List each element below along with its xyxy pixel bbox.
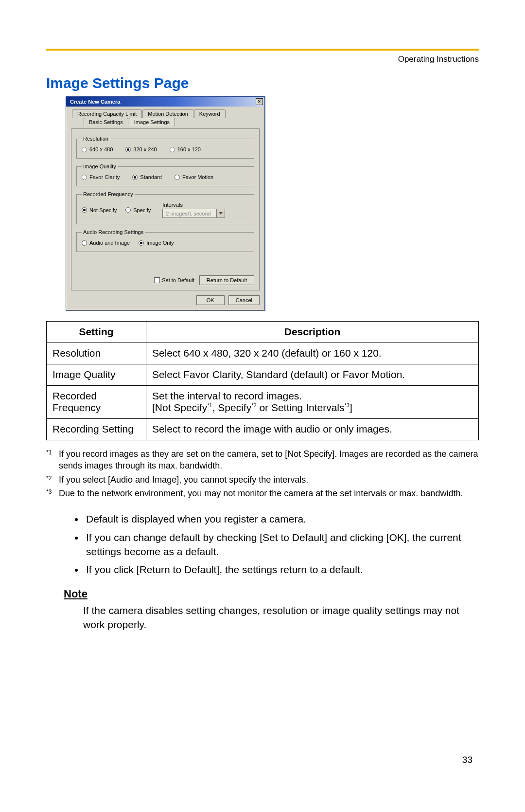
return-to-default-button[interactable]: Return to Default <box>199 275 254 285</box>
cell-setting: Recorded Frequency <box>47 386 146 419</box>
tab-image-settings[interactable]: Image Settings <box>129 118 175 126</box>
cell-setting: Image Quality <box>47 364 146 386</box>
tab-keyword[interactable]: Keyword <box>194 109 226 118</box>
radio-160x120[interactable]: 160 x 120 <box>170 146 201 152</box>
th-setting: Setting <box>47 322 146 343</box>
radio-640x480[interactable]: 640 x 480 <box>82 146 113 152</box>
running-header: Operating Instructions <box>46 54 479 64</box>
group-audio-recording: Audio Recording Settings Audio and Image… <box>76 229 254 252</box>
create-new-camera-dialog: Create New Camera × Recording Capacity L… <box>66 96 265 310</box>
settings-table: Setting Description Resolution Select 64… <box>46 321 479 440</box>
legend-resolution: Resolution <box>82 136 110 142</box>
th-description: Description <box>146 322 479 343</box>
intervals-label: Intervals : <box>162 202 186 208</box>
legend-audio-recording: Audio Recording Settings <box>82 229 145 235</box>
svg-marker-0 <box>219 212 223 215</box>
table-row: Image Quality Select Favor Clarity, Stan… <box>47 364 479 386</box>
group-recorded-frequency: Recorded Frequency Not Specify Specify I… <box>76 191 254 224</box>
note-body: If the camera disables setting changes, … <box>83 603 467 632</box>
cell-desc: Select Favor Clarity, Standard (default)… <box>146 364 479 386</box>
footnotes: *1If you record images as they are set o… <box>46 448 479 499</box>
intervals-value: 2 images/1 second <box>163 211 216 217</box>
cancel-button[interactable]: Cancel <box>228 295 260 305</box>
radio-not-specify[interactable]: Not Specify <box>82 207 117 213</box>
close-icon[interactable]: × <box>256 98 263 105</box>
cell-setting: Resolution <box>47 343 146 364</box>
tab-basic-settings[interactable]: Basic Settings <box>84 118 128 126</box>
radio-specify[interactable]: Specify <box>125 207 151 213</box>
group-resolution: Resolution 640 x 480 320 x 240 160 x 120 <box>76 136 254 159</box>
list-item: If you click [Return to Default], the se… <box>84 562 479 577</box>
section-title: Image Settings Page <box>46 75 479 91</box>
tab-motion-detection[interactable]: Motion Detection <box>142 109 193 118</box>
tabstrip: Recording Capacity Limit Motion Detectio… <box>71 109 260 129</box>
cell-desc: Set the interval to record images. [Not … <box>146 386 479 419</box>
footnote: *1If you record images as they are set o… <box>46 448 479 472</box>
radio-favor-clarity[interactable]: Favor Clarity <box>82 174 120 180</box>
dialog-titlebar[interactable]: Create New Camera × <box>66 97 264 107</box>
table-row: Resolution Select 640 x 480, 320 x 240 (… <box>47 343 479 364</box>
table-row: Recorded Frequency Set the interval to r… <box>47 386 479 419</box>
group-image-quality: Image Quality Favor Clarity Standard Fav… <box>76 163 254 186</box>
radio-standard[interactable]: Standard <box>132 174 162 180</box>
chevron-down-icon[interactable] <box>216 209 225 217</box>
tab-recording-capacity-limit[interactable]: Recording Capacity Limit <box>72 109 142 118</box>
radio-favor-motion[interactable]: Favor Motion <box>175 174 213 180</box>
intervals-combo[interactable]: 2 images/1 second <box>162 209 225 218</box>
checkbox-icon <box>154 277 160 283</box>
dialog-title: Create New Camera <box>70 99 120 105</box>
legend-recorded-frequency: Recorded Frequency <box>82 191 135 197</box>
cell-setting: Recording Setting <box>47 419 146 440</box>
footnote: *2If you select [Audio and Image], you c… <box>46 474 479 486</box>
list-item: If you can change default by checking [S… <box>84 530 479 559</box>
tab-panel-image-settings: Resolution 640 x 480 320 x 240 160 x 120… <box>71 128 260 290</box>
legend-image-quality: Image Quality <box>82 163 118 169</box>
set-to-default-checkbox[interactable]: Set to Default <box>154 277 194 283</box>
table-row: Recording Setting Select to record the i… <box>47 419 479 440</box>
footnote: *3Due to the network environment, you ma… <box>46 487 479 499</box>
radio-audio-and-image[interactable]: Audio and Image <box>82 240 130 246</box>
ok-button[interactable]: OK <box>196 295 225 305</box>
radio-320x240[interactable]: 320 x 240 <box>125 146 157 152</box>
bullet-list: Default is displayed when you register a… <box>46 512 479 577</box>
radio-image-only[interactable]: Image Only <box>139 240 174 246</box>
page-number: 33 <box>462 755 472 765</box>
header-rule <box>46 49 479 51</box>
cell-desc: Select 640 x 480, 320 x 240 (default) or… <box>146 343 479 364</box>
list-item: Default is displayed when you register a… <box>84 512 479 526</box>
note-heading: Note <box>64 588 479 600</box>
cell-desc: Select to record the image with audio or… <box>146 419 479 440</box>
